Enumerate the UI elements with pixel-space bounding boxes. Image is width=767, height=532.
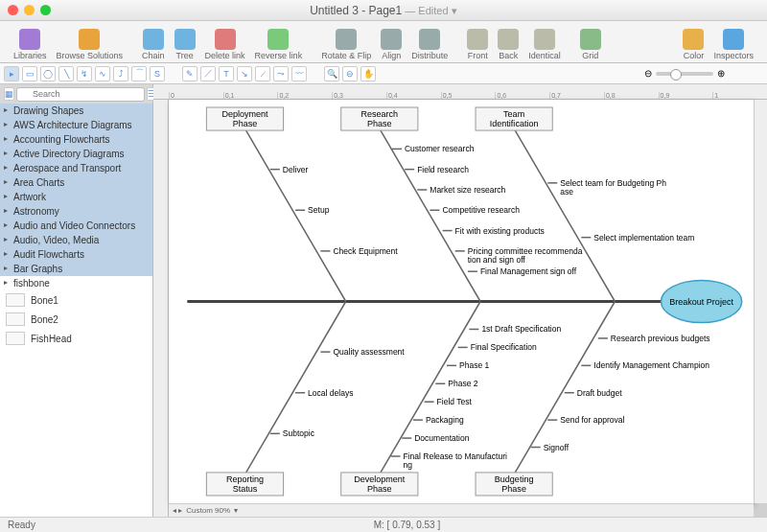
toolbar-reverse-link[interactable]: Reverse link: [251, 29, 307, 60]
svg-text:Packaging: Packaging: [426, 415, 464, 425]
svg-text:Fit with existing products: Fit with existing products: [455, 226, 545, 236]
ellipse-tool-icon[interactable]: ◯: [40, 66, 56, 81]
toolbar-distribute[interactable]: Distribute: [407, 29, 452, 60]
svg-text:Documentation: Documentation: [414, 433, 470, 443]
svg-text:Research previous budgets: Research previous budgets: [611, 334, 710, 343]
window-titlebar: Untitled 3 - Page1 — Edited ▾: [0, 0, 767, 21]
ruler-horizontal: 00,10,20,30,40,50,60,70,80,91: [153, 84, 767, 100]
main-toolbar: LibrariesBrowse SolutionsChainTreeDelete…: [0, 21, 767, 63]
toolbar-browse-solutions[interactable]: Browse Solutions: [53, 29, 128, 60]
scrollbar-vertical[interactable]: [754, 100, 767, 503]
svg-text:Final Specification: Final Specification: [471, 342, 537, 352]
rect-tool-icon[interactable]: ▭: [22, 66, 37, 81]
svg-text:Market size research: Market size research: [430, 185, 505, 195]
lib-item[interactable]: Audio and Video Connectors: [0, 219, 152, 233]
lib-item[interactable]: fishbone: [0, 276, 152, 290]
toolbar-identical[interactable]: Identical: [524, 29, 565, 60]
svg-text:Budgeting: Budgeting: [495, 474, 534, 484]
svg-text:Final Release to Manufacturi: Final Release to Manufacturi: [404, 451, 507, 461]
pointer-tool-icon[interactable]: ▸: [4, 66, 19, 81]
lib-item[interactable]: Artwork: [0, 190, 152, 204]
drawing-canvas[interactable]: Breakout Project DeploymentPhaseResearch…: [169, 100, 754, 503]
status-left: Ready: [8, 520, 35, 530]
connector-tool-icon[interactable]: ↯: [77, 66, 92, 81]
toolbar-tree[interactable]: Tree: [171, 29, 199, 60]
shape-item[interactable]: FishHead: [0, 329, 152, 348]
lib-item[interactable]: Audit Flowcharts: [0, 247, 152, 262]
window-title: Untitled 3 - Page1 — Edited ▾: [0, 4, 767, 17]
lib-item[interactable]: Drawing Shapes: [0, 104, 152, 118]
svg-text:ase: ase: [560, 187, 573, 197]
zoom-slider[interactable]: ⊖ ⊕: [644, 68, 725, 79]
svg-text:Research: Research: [361, 109, 399, 119]
grid-view-icon[interactable]: ▦: [4, 87, 14, 101]
shape-item[interactable]: Bone1: [0, 290, 152, 310]
lib-item[interactable]: Bar Graphs: [0, 262, 152, 276]
svg-text:ng: ng: [404, 460, 413, 470]
svg-text:Team: Team: [503, 109, 524, 119]
svg-text:Identify Management Champion: Identify Management Champion: [593, 360, 709, 370]
arrow-tool-icon[interactable]: ↘: [237, 66, 252, 81]
lib-item[interactable]: Accounting Flowcharts: [0, 132, 152, 147]
text-tool-icon[interactable]: T: [219, 66, 234, 81]
canvas-area: 00,10,20,30,40,50,60,70,80,91 Breakout P…: [153, 84, 767, 517]
scrollbar-horizontal[interactable]: ◂ ▸Custom 90%▾: [169, 503, 754, 517]
svg-text:Identification: Identification: [490, 119, 539, 128]
shape-toolbar: ▸ ▭ ◯ ╲ ↯ ∿ ⤴ ⌒ S ✎ ／ T ↘ ⟋ ⤳ 〰 🔍 ⊖ ✋ ⊖ …: [0, 63, 767, 84]
svg-text:Deliver: Deliver: [283, 165, 309, 174]
svg-text:Field Test: Field Test: [437, 397, 473, 406]
svg-text:Phase: Phase: [367, 484, 392, 494]
freehand-tool-icon[interactable]: 〰: [291, 66, 307, 81]
bezier-tool-icon[interactable]: ⤳: [273, 66, 289, 81]
toolbar-chain[interactable]: Chain: [138, 29, 169, 60]
lib-item[interactable]: Astronomy: [0, 204, 152, 219]
toolbar-libraries[interactable]: Libraries: [10, 29, 51, 60]
svg-text:Setup: Setup: [308, 205, 330, 215]
shape-item[interactable]: Bone2: [0, 310, 152, 329]
toolbar-delete-link[interactable]: Delete link: [201, 29, 249, 60]
shape-list: Bone1Bone2FishHead: [0, 290, 152, 517]
lib-item[interactable]: AWS Architecture Diagrams: [0, 118, 152, 132]
polyline-tool-icon[interactable]: ⟋: [255, 66, 270, 81]
svg-text:Status: Status: [233, 484, 258, 494]
lib-item[interactable]: Area Charts: [0, 175, 152, 190]
arc-tool-icon[interactable]: ⌒: [131, 66, 147, 81]
toolbar-inspectors[interactable]: Inspectors: [709, 29, 757, 60]
smart-connector-icon[interactable]: ⤴: [113, 66, 128, 81]
svg-text:Customer research: Customer research: [405, 144, 475, 153]
svg-line-3: [244, 128, 345, 301]
svg-text:Competitive research: Competitive research: [442, 205, 520, 215]
fishbone-diagram: Breakout Project DeploymentPhaseResearch…: [169, 100, 754, 503]
lib-item[interactable]: Aerospace and Transport: [0, 161, 152, 175]
toolbar-color[interactable]: Color: [679, 29, 708, 60]
hand-tool-icon[interactable]: ✋: [360, 66, 376, 81]
search-input[interactable]: [16, 87, 145, 102]
svg-text:Select implementation team: Select implementation team: [593, 233, 694, 243]
svg-text:Development: Development: [354, 474, 406, 484]
svg-text:Quality assessment: Quality assessment: [333, 347, 405, 357]
pencil-tool-icon[interactable]: ／: [200, 66, 216, 81]
zoom-in-icon[interactable]: 🔍: [324, 66, 339, 81]
toolbar-align[interactable]: Align: [377, 29, 406, 60]
svg-text:Local delays: Local delays: [308, 388, 353, 398]
toolbar-grid[interactable]: Grid: [576, 29, 605, 60]
toolbar-front[interactable]: Front: [463, 29, 492, 60]
svg-text:Deployment: Deployment: [221, 109, 268, 119]
spline-tool-icon[interactable]: S: [150, 66, 165, 81]
lib-item[interactable]: Active Directory Diagrams: [0, 147, 152, 161]
library-sidebar: ▦ ☰ ⌕ Drawing ShapesAWS Architecture Dia…: [0, 84, 153, 517]
toolbar-back[interactable]: Back: [494, 29, 523, 60]
svg-text:Phase 2: Phase 2: [448, 379, 478, 388]
zoom-out-icon[interactable]: ⊖: [342, 66, 358, 81]
ruler-vertical: [153, 100, 169, 517]
toolbar-rotate-flip[interactable]: Rotate & Flip: [317, 29, 375, 60]
svg-text:Phase 1: Phase 1: [459, 360, 490, 370]
svg-text:1st Draft Specification: 1st Draft Specification: [481, 324, 561, 334]
status-bar: Ready M: [ 0.79, 0.53 ]: [0, 517, 767, 532]
svg-text:Select team for Budgeting Ph: Select team for Budgeting Ph: [560, 178, 666, 188]
pen-tool-icon[interactable]: ✎: [182, 66, 198, 81]
library-list: Drawing ShapesAWS Architecture DiagramsA…: [0, 104, 152, 290]
line-tool-icon[interactable]: ╲: [58, 66, 74, 81]
curve-tool-icon[interactable]: ∿: [95, 66, 110, 81]
lib-item[interactable]: Audio, Video, Media: [0, 233, 152, 247]
